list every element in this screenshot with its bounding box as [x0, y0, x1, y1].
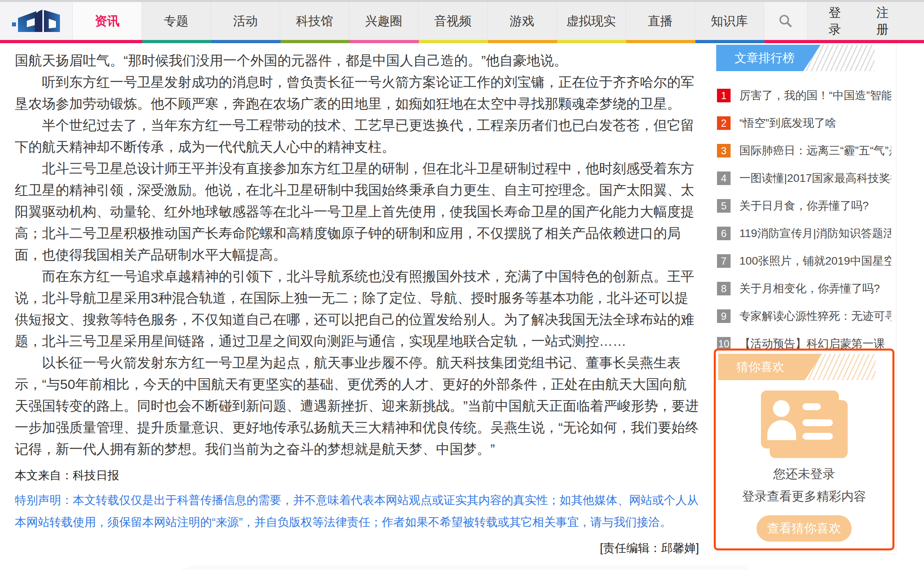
- article-source: 本文来自：科技日报: [15, 468, 699, 484]
- nav-tab-topics[interactable]: 专题: [142, 2, 211, 40]
- rainbow-segment: [0, 40, 142, 43]
- rainbow-segment: [765, 40, 924, 43]
- ranking-item[interactable]: 8关于月相变化，你弄懂了吗?: [714, 275, 896, 302]
- ranking-item[interactable]: 4一图读懂|2017国家最高科技奖得…: [714, 164, 896, 192]
- view-guess-you-like-button[interactable]: 查看猜你喜欢: [757, 515, 852, 542]
- rainbow-segment: [695, 40, 765, 43]
- ranking-list: 1厉害了，我的国！“中国造”智能…2“悟空”到底发现了啥3国际肺癌日：远离三“霾…: [714, 82, 896, 357]
- ranking-item-title: 关于日月食，你弄懂了吗?: [739, 198, 869, 213]
- guess-header: 猜你喜欢: [718, 354, 876, 380]
- nav-tab-audio-video[interactable]: 音视频: [418, 2, 488, 40]
- nav-tab-interest-circle[interactable]: 兴趣圈: [349, 2, 418, 40]
- footer-edge: [179, 565, 748, 570]
- site-logo[interactable]: [0, 2, 73, 40]
- rainbow-segment: [419, 40, 488, 43]
- nav-tab-museum[interactable]: 科技馆: [280, 2, 349, 40]
- guess-title: 猜你喜欢: [718, 354, 876, 380]
- rank-badge: 3: [717, 144, 731, 157]
- nav-tab-news[interactable]: 资讯: [73, 2, 142, 40]
- ranking-item[interactable]: 5关于日月食，你弄懂了吗?: [714, 192, 896, 219]
- ranking-item[interactable]: 7100张照片，铺就2019中国星空…: [714, 247, 896, 275]
- rainbow-segment: [281, 40, 350, 43]
- nav-tab-live[interactable]: 直播: [626, 2, 695, 40]
- rank-badge: 6: [717, 227, 731, 240]
- guess-you-like-panel: 猜你喜欢 您还未登录 登录查看更多精彩内容 查看猜你喜欢: [714, 349, 894, 550]
- rainbow-segment: [350, 40, 419, 43]
- ranking-item-title: 国际肺癌日：远离三“霾”五“气”是…: [739, 143, 891, 158]
- register-link[interactable]: 注册: [876, 4, 901, 38]
- id-card-icon: [761, 391, 848, 458]
- ranking-title: 文章排行榜: [716, 45, 874, 71]
- article-paragraph: 国航天扬眉吐气。“那时候我们没用一个外国的元器件，都是中国人自己造的。”他自豪地…: [15, 50, 699, 71]
- ranking-item[interactable]: 6119消防宣传月|消防知识答题活…: [714, 219, 896, 247]
- id-card-front: [761, 391, 839, 448]
- ranking-item[interactable]: 2“悟空”到底发现了啥: [714, 109, 896, 137]
- id-card-line: [803, 419, 833, 426]
- rainbow-divider: [0, 40, 924, 43]
- ranking-item-title: 关于月相变化，你弄懂了吗?: [739, 281, 880, 296]
- ranking-item-title: 一图读懂|2017国家最高科技奖得…: [739, 171, 891, 186]
- nav-tab-knowledge[interactable]: 知识库: [695, 2, 764, 40]
- search-icon: [778, 14, 793, 29]
- nav-tabs: 资讯专题活动科技馆兴趣圈音视频游戏虚拟现实直播知识库: [73, 2, 764, 40]
- rank-badge: 2: [717, 116, 731, 130]
- rank-badge: 8: [717, 282, 731, 295]
- rainbow-segment: [557, 40, 626, 43]
- ranking-item[interactable]: 3国际肺癌日：远离三“霾”五“气”是…: [714, 137, 896, 164]
- id-card-avatar-head: [773, 400, 790, 417]
- ranking-item-title: 专家解读心源性猝死：无迹可寻…: [739, 309, 891, 324]
- article-body: 国航天扬眉吐气。“那时候我们没用一个外国的元器件，都是中国人自己造的。”他自豪地…: [15, 43, 699, 556]
- ranking-item-title: 厉害了，我的国！“中国造”智能…: [739, 88, 891, 103]
- article-paragraph: 听到东方红一号卫星发射成功的消息时，曾负责长征一号火箭方案论证工作的刘宝镛，正在…: [15, 71, 699, 114]
- nav-tab-vr[interactable]: 虚拟现实: [557, 2, 626, 40]
- site-logo-icon: [12, 8, 60, 34]
- article-paragraph: 半个世纪过去了，当年东方红一号工程带动的技术、工艺早已更迭换代，工程亲历者们也已…: [15, 114, 699, 157]
- article-paragraphs: 国航天扬眉吐气。“那时候我们没用一个外国的元器件，都是中国人自己造的。”他自豪地…: [15, 50, 699, 460]
- id-card-line: [803, 433, 833, 440]
- rank-badge: 5: [717, 199, 731, 213]
- rank-badge: 4: [717, 171, 731, 185]
- ranking-item-title: 119消防宣传月|消防知识答题活…: [739, 226, 891, 241]
- login-prompt-text: 登录查看更多精彩内容: [716, 488, 892, 505]
- rainbow-segment: [626, 40, 695, 43]
- ranking-item-title: 100张照片，铺就2019中国星空…: [739, 253, 891, 269]
- search-button[interactable]: [764, 2, 808, 40]
- nav-tab-activities[interactable]: 活动: [211, 2, 280, 40]
- rank-badge: 9: [717, 309, 731, 323]
- auth-links: 登录 注册: [808, 2, 924, 40]
- top-navigation: 资讯专题活动科技馆兴趣圈音视频游戏虚拟现实直播知识库 登录 注册: [0, 2, 924, 40]
- rainbow-segment: [142, 40, 211, 43]
- ranking-item[interactable]: 9专家解读心源性猝死：无迹可寻…: [714, 302, 896, 330]
- nav-tab-games[interactable]: 游戏: [488, 2, 557, 40]
- ranking-item-title: “悟空”到底发现了啥: [739, 116, 836, 131]
- not-logged-in-text: 您还未登录: [716, 466, 892, 482]
- rainbow-segment: [211, 40, 281, 43]
- article-disclaimer: 特别声明：本文转载仅仅是出于科普传播信息的需要，并不意味着代表本网站观点或证实其…: [15, 489, 699, 533]
- ranking-header: 文章排行榜: [716, 45, 874, 71]
- article-paragraph: 北斗三号卫星总设计师王平并没有直接参加东方红卫星的研制，但在北斗卫星研制过程中，…: [15, 157, 699, 265]
- article-paragraph: 以长征一号火箭发射东方红一号卫星为起点，航天事业步履不停。航天科技集团党组书记、…: [15, 352, 699, 460]
- login-link[interactable]: 登录: [828, 4, 853, 38]
- rank-badge: 7: [717, 254, 731, 268]
- rank-badge: 1: [717, 89, 731, 102]
- id-card-line: [803, 403, 821, 410]
- ranking-item[interactable]: 1厉害了，我的国！“中国造”智能…: [714, 82, 896, 109]
- rainbow-segment: [488, 40, 557, 43]
- article-editor: [责任编辑：邱馨婵]: [15, 540, 699, 556]
- article-paragraph: 而在东方红一号追求卓越精神的引领下，北斗导航系统也没有照搬国外技术，充满了中国特…: [15, 265, 699, 352]
- id-card-avatar-body: [767, 420, 796, 440]
